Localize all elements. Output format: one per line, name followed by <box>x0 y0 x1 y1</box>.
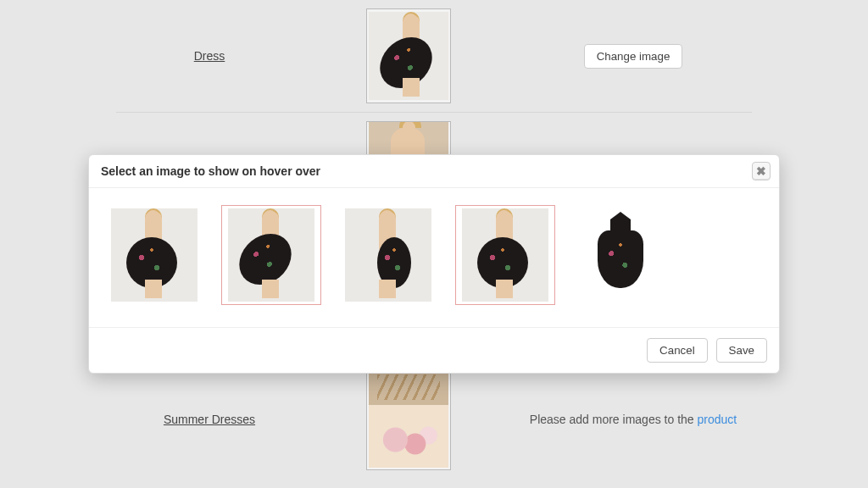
dialog-body <box>89 188 779 327</box>
category-link-dress[interactable]: Dress <box>194 49 225 63</box>
image-option-2[interactable] <box>221 205 321 305</box>
cancel-button[interactable]: Cancel <box>647 338 708 363</box>
dress-thumb <box>462 208 548 302</box>
category-link-summer-dresses[interactable]: Summer Dresses <box>164 413 255 426</box>
change-image-button[interactable]: Change image <box>584 44 683 69</box>
dress-thumb <box>111 208 198 302</box>
category-row: Summer Dresses Please add more images to… <box>116 359 752 479</box>
dialog-title: Select an image to show on hover over <box>101 164 320 178</box>
hint-text: Please add more images to the product <box>530 413 737 426</box>
dress-thumb <box>345 208 431 302</box>
category-row: Dress Change image <box>116 0 752 113</box>
image-option-1[interactable] <box>104 205 204 305</box>
product-link[interactable]: product <box>697 413 737 426</box>
category-thumbnail <box>366 8 451 103</box>
hover-image-dialog: Select an image to show on hover over ✖ … <box>88 154 780 374</box>
dialog-header: Select an image to show on hover over ✖ <box>89 155 779 188</box>
close-icon[interactable]: ✖ <box>752 162 771 180</box>
image-option-4[interactable] <box>455 205 555 305</box>
save-button[interactable]: Save <box>716 338 767 363</box>
image-option-3[interactable] <box>338 205 438 305</box>
dress-thumb <box>579 208 665 302</box>
category-thumbnail <box>366 369 451 470</box>
dialog-footer: Cancel Save <box>89 327 779 373</box>
image-option-5[interactable] <box>572 205 672 305</box>
dress-thumb <box>228 208 314 302</box>
